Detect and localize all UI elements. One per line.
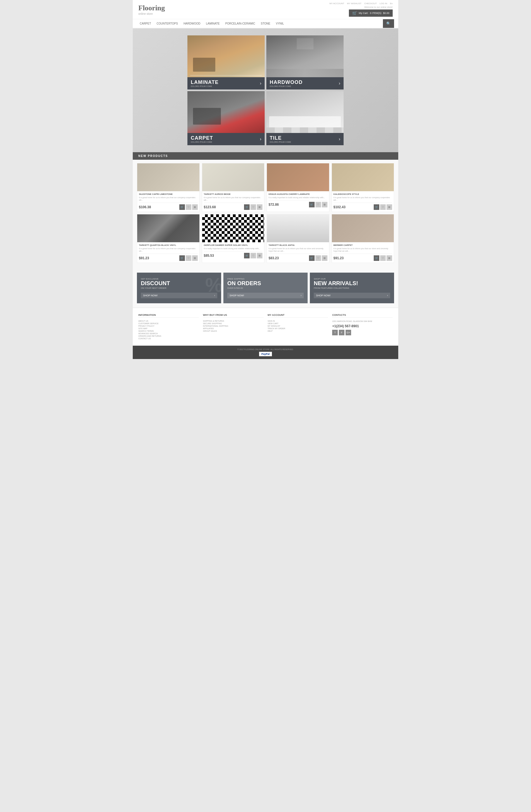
add-to-cart-2[interactable]: 🛒 (244, 204, 249, 210)
product-image-3 (267, 163, 329, 191)
product-image-6 (202, 214, 264, 242)
product-card-4: KALEIDOSCOPE STYLE It is great home for … (332, 163, 394, 212)
product-card-6: GERFLOR DAMIER SUPER SOLAR VINYL It is r… (202, 214, 265, 263)
footer-why: WHY BUY FROM US SHIPPING & RETURNS SECUR… (203, 314, 263, 340)
promo-sub-3: FROM FEATURED COLLECTIONS (314, 287, 390, 289)
cart-label: My Cart: (359, 12, 368, 14)
footer-link-shipping[interactable]: SHIPPING & RETURNS (203, 320, 263, 322)
footer-link-orders-returns[interactable]: ORDERS AND RETURNS (138, 335, 199, 337)
compare-8[interactable]: ⊞ (387, 255, 392, 261)
wishlist-7[interactable]: ♡ (315, 255, 321, 261)
add-to-cart-8[interactable]: 🛒 (374, 255, 379, 261)
compare-1[interactable]: ⊞ (192, 204, 198, 210)
product-name-7: TARKETT BLACK ANTIA (269, 244, 327, 246)
paypal-button[interactable]: PayPal (259, 352, 272, 356)
footer-bottom: © 2017 FLOORING ONLINE STORE. ALL RIGHTS… (133, 346, 398, 359)
my-account-link[interactable]: MY ACCOUNT (329, 2, 344, 5)
product-desc-2: It is great home for us to inform you th… (204, 196, 263, 201)
hero-item-carpet[interactable]: CARPET DOLORE IPSUM COME › (187, 91, 265, 145)
promo-btn-3[interactable]: SHOP NOW! › (314, 293, 390, 298)
nav: CARPET COUNTERTOPS HARDWOOD LAMINATE POR… (133, 19, 398, 28)
hero-caption-laminate: LAMINATE DOLORE IPSUM COME › (187, 77, 265, 89)
footer-link-wishlist[interactable]: MY WISHLIST (268, 325, 328, 327)
hero-item-tile[interactable]: TILE DOLORE IPSUM COME › (266, 91, 344, 145)
wishlist-8[interactable]: ♡ (380, 255, 386, 261)
product-price-8: $91.23 (333, 256, 344, 260)
add-to-cart-3[interactable]: 🛒 (309, 202, 315, 207)
new-products-header: NEW PRODUCTS (133, 152, 398, 160)
footer-link-privacy[interactable]: PRIVACY POLICY (138, 325, 199, 327)
nav-item-laminate[interactable]: LAMINATE (203, 19, 222, 28)
product-price-4: $102.43 (333, 205, 346, 209)
add-to-cart-1[interactable]: 🛒 (179, 204, 185, 210)
my-wishlist-link[interactable]: MY WISHLIST (347, 2, 361, 5)
compare-4[interactable]: ⊞ (387, 204, 392, 210)
footer-link-sitemap[interactable]: SITE MAP (138, 328, 199, 330)
compare-7[interactable]: ⊞ (322, 255, 327, 261)
product-name-4: KALEIDOSCOPE STYLE (333, 193, 392, 195)
wishlist-2[interactable]: ♡ (250, 204, 256, 210)
cart-icon: 🛒 (352, 11, 357, 15)
promo-main-3: NEW ARRIVALS! (314, 280, 390, 286)
checkout-link[interactable]: CHECKOUT (364, 2, 377, 5)
footer-link-view-cart[interactable]: VIEW CART (268, 322, 328, 324)
add-to-cart-4[interactable]: 🛒 (374, 204, 379, 210)
wishlist-4[interactable]: ♡ (380, 204, 386, 210)
product-price-6: $85.53 (204, 253, 214, 258)
product-price-7: $83.23 (269, 256, 279, 260)
footer-link-search-terms[interactable]: SEARCH TERMS (138, 330, 199, 332)
twitter-icon[interactable]: T (332, 330, 338, 335)
hero-title-carpet: CARPET (191, 135, 213, 141)
hero-item-hardwood[interactable]: HARDWOOD DOLORE IPSUM COME › (266, 35, 344, 89)
search-button[interactable]: 🔍 (383, 19, 394, 28)
hero-sub-laminate: DOLORE IPSUM COME (191, 85, 219, 87)
hero-arrow-hardwood: › (339, 81, 340, 86)
footer-link-international[interactable]: INTERNATIONAL SHIPPING (203, 325, 263, 327)
compare-5[interactable]: ⊞ (192, 255, 198, 261)
footer-link-advanced-search[interactable]: ADVANCED SEARCH (138, 333, 199, 334)
nav-item-stone[interactable]: STONE (258, 19, 273, 28)
promo-btn-label-2: SHOP NOW! (230, 294, 244, 297)
hero-section: LAMINATE DOLORE IPSUM COME › HARDWOOD DO… (133, 28, 398, 152)
promo-btn-2[interactable]: SHOP NOW! › (227, 293, 304, 298)
googleplus-icon[interactable]: G+ (346, 330, 351, 335)
compare-3[interactable]: ⊞ (322, 202, 327, 207)
product-name-3: KRAUS AUGUSTA CHERRY LAMINATE (269, 193, 327, 195)
product-image-7 (267, 214, 329, 242)
logo-area: Flooring online store (138, 4, 165, 15)
nav-item-vynil[interactable]: VYNIL (273, 19, 287, 28)
hero-sub-carpet: DOLORE IPSUM COME (191, 141, 213, 143)
wishlist-6[interactable]: ♡ (250, 253, 256, 258)
footer-link-customer-service[interactable]: CUSTOMER SERVICE (138, 322, 199, 324)
wishlist-5[interactable]: ♡ (186, 255, 191, 261)
add-to-cart-6[interactable]: 🛒 (244, 253, 249, 258)
footer-link-affiliates[interactable]: AFFILIATES (203, 328, 263, 330)
compare-6[interactable]: ⊞ (257, 253, 262, 258)
nav-item-carpet[interactable]: CARPET (137, 19, 154, 28)
wishlist-1[interactable]: ♡ (186, 204, 191, 210)
footer-account-title: MY ACCOUNT (268, 314, 328, 318)
compare-2[interactable]: ⊞ (257, 204, 262, 210)
nav-item-porcelain[interactable]: PORCELAIN-CERAMIC (223, 19, 258, 28)
lang-selector[interactable]: En (390, 2, 393, 5)
nav-item-hardwood[interactable]: HARDWOOD (181, 19, 203, 28)
footer-link-track-order[interactable]: TRACK MY ORDER (268, 328, 328, 330)
add-to-cart-7[interactable]: 🛒 (309, 255, 315, 261)
product-image-2 (202, 163, 264, 191)
facebook-icon[interactable]: F (339, 330, 344, 335)
footer-link-secure[interactable]: SECURE SHOPPING (203, 322, 263, 324)
promo-btn-label-1: SHOP NOW! (143, 294, 158, 297)
hero-item-laminate[interactable]: LAMINATE DOLORE IPSUM COME › (187, 35, 265, 89)
login-link[interactable]: LOG IN (379, 2, 387, 5)
footer-link-signin[interactable]: SIGN IN (268, 320, 328, 322)
nav-item-countertops[interactable]: COUNTERTOPS (154, 19, 181, 28)
footer-link-group-sales[interactable]: GROUP SALES (203, 330, 263, 332)
product-name-8: BERBER CARPET (333, 244, 392, 246)
add-to-cart-5[interactable]: 🛒 (179, 255, 185, 261)
cart-button[interactable]: 🛒 My Cart: 0 ITEM(S) $0.00 (349, 10, 393, 17)
product-image-4 (332, 163, 394, 191)
footer-link-about[interactable]: ABOUT US (138, 320, 199, 322)
wishlist-3[interactable]: ♡ (315, 202, 321, 207)
footer-link-contact[interactable]: CONTACT US (138, 337, 199, 339)
footer-link-help[interactable]: HELP (268, 330, 328, 332)
